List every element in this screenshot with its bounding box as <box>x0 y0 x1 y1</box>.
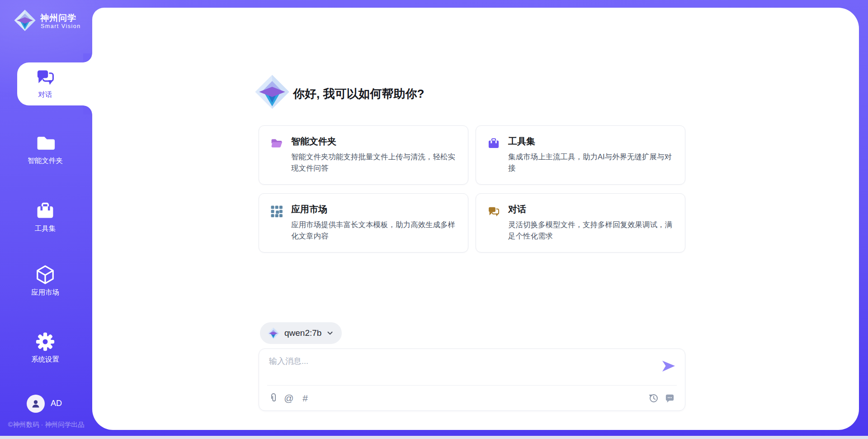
active-tab-fillet-top <box>83 53 92 62</box>
brand-subtitle: Smart Vision <box>41 23 81 29</box>
sidebar-item-smart-folder[interactable]: 智能文件夹 <box>0 133 90 166</box>
user-avatar-icon <box>30 398 41 409</box>
at-icon: @ <box>284 393 293 403</box>
folder-open-icon <box>270 137 283 150</box>
sidebar-item-chat[interactable]: 对话 <box>0 67 90 100</box>
card-description: 应用市场提供丰富长文本模板，助力高效生成多样化文章内容 <box>291 219 459 242</box>
card-title: 工具集 <box>508 135 535 148</box>
diamond-logo-icon <box>14 9 36 32</box>
model-selector-logo-icon <box>267 327 279 339</box>
feedback-button[interactable] <box>663 391 676 404</box>
message-icon <box>665 393 675 403</box>
model-name: qwen2:7b <box>284 328 321 338</box>
card-title: 对话 <box>508 203 526 215</box>
active-tab-fillet-bottom <box>83 105 92 115</box>
sidebar-footer: ©神州数码 · 神州问学出品 <box>0 420 92 429</box>
history-icon <box>648 393 659 403</box>
app-window: 神州问学 Smart Vision 对话 <box>0 0 868 439</box>
brand-name: 神州问学 <box>40 12 76 24</box>
user-name: AD <box>51 399 62 408</box>
composer-divider <box>267 385 677 386</box>
sidebar-item-label: 智能文件夹 <box>0 156 90 166</box>
feature-card-app-market[interactable]: 应用市场 应用市场提供丰富长文本模板，助力高效生成多样化文章内容 <box>259 193 468 253</box>
sidebar-item-settings[interactable]: 系统设置 <box>0 332 90 364</box>
sidebar-item-label: 系统设置 <box>0 355 90 364</box>
hash-button[interactable]: # <box>299 391 311 404</box>
briefcase-icon <box>487 137 500 150</box>
history-button[interactable] <box>647 391 660 404</box>
sidebar-item-label: 应用市场 <box>0 288 90 297</box>
card-description: 灵活切换多模型文件，支持多样回复效果调试，满足个性化需求 <box>508 219 676 242</box>
gear-icon <box>0 332 90 352</box>
feature-card-smart-folder[interactable]: 智能文件夹 智能文件夹功能支持批量文件上传与清洗，轻松实现文件问答 <box>259 125 468 185</box>
send-button[interactable] <box>661 360 676 372</box>
chat-icon <box>0 67 90 87</box>
sidebar-item-app-market[interactable]: 应用市场 <box>0 264 90 297</box>
model-selector[interactable]: qwen2:7b <box>260 322 342 344</box>
sidebar-item-label: 工具集 <box>0 224 90 234</box>
briefcase-icon <box>0 201 90 221</box>
card-description: 集成市场上主流工具，助力AI与外界无缝扩展与对接 <box>508 151 676 174</box>
sidebar-item-toolset[interactable]: 工具集 <box>0 201 90 234</box>
card-title: 应用市场 <box>291 203 327 215</box>
send-icon <box>661 360 676 372</box>
feature-card-toolset[interactable]: 工具集 集成市场上主流工具，助力AI与外界无缝扩展与对接 <box>476 125 685 185</box>
mention-button[interactable]: @ <box>283 391 295 404</box>
chat-icon <box>487 205 500 218</box>
composer: @ # <box>259 348 685 411</box>
card-description: 智能文件夹功能支持批量文件上传与清洗，轻松实现文件问答 <box>291 151 459 174</box>
user-row: AD <box>0 393 92 415</box>
sidebar: 神州问学 Smart Vision 对话 <box>0 0 92 439</box>
greeting-logo-icon <box>254 74 290 110</box>
attach-button[interactable] <box>267 391 280 404</box>
message-input[interactable] <box>268 355 659 383</box>
card-title: 智能文件夹 <box>291 135 336 148</box>
bottom-edge-strip <box>0 436 868 439</box>
hash-icon: # <box>302 393 308 403</box>
folder-icon <box>0 133 90 153</box>
feature-cards: 智能文件夹 智能文件夹功能支持批量文件上传与清洗，轻松实现文件问答 工具集 集成… <box>259 125 685 253</box>
cube-icon <box>0 264 90 285</box>
grid-icon <box>270 205 283 218</box>
greeting-title: 你好, 我可以如何帮助你? <box>293 86 424 102</box>
chevron-down-icon <box>326 329 334 337</box>
user-avatar[interactable] <box>27 395 45 413</box>
sidebar-item-label: 对话 <box>0 90 90 100</box>
feature-card-chat[interactable]: 对话 灵活切换多模型文件，支持多样回复效果调试，满足个性化需求 <box>476 193 685 253</box>
brand: 神州问学 Smart Vision <box>0 0 92 45</box>
paperclip-icon <box>269 392 278 403</box>
